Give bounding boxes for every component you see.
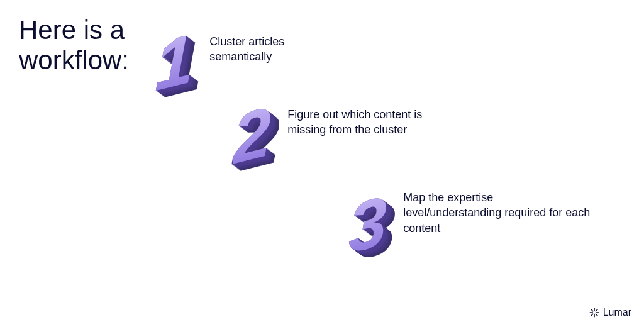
svg-line-4 <box>591 309 593 311</box>
workflow-step-3: 3 3 Map the expertise level/understandin… <box>348 190 592 259</box>
step-caption-3: Map the expertise level/understanding re… <box>403 190 592 236</box>
brand-footer: Lumar <box>589 307 631 318</box>
step-number-2: 2 2 <box>233 101 271 170</box>
svg-line-7 <box>596 309 597 311</box>
slide: Here is a workflow: 1 1 Cluster articles… <box>0 0 644 327</box>
brand-name: Lumar <box>603 307 631 318</box>
workflow-step-1: 1 1 Cluster articles semantically <box>155 28 329 97</box>
brand-mark-icon <box>589 308 599 318</box>
step-number-3: 3 3 <box>348 190 387 259</box>
step-caption-2: Figure out which content is missing from… <box>287 107 432 138</box>
step-number-1: 1 1 <box>155 28 193 97</box>
svg-line-5 <box>596 314 597 316</box>
svg-line-6 <box>591 314 593 316</box>
workflow-step-2: 2 2 Figure out which content is missing … <box>233 101 432 170</box>
step-caption-1: Cluster articles semantically <box>209 34 329 65</box>
